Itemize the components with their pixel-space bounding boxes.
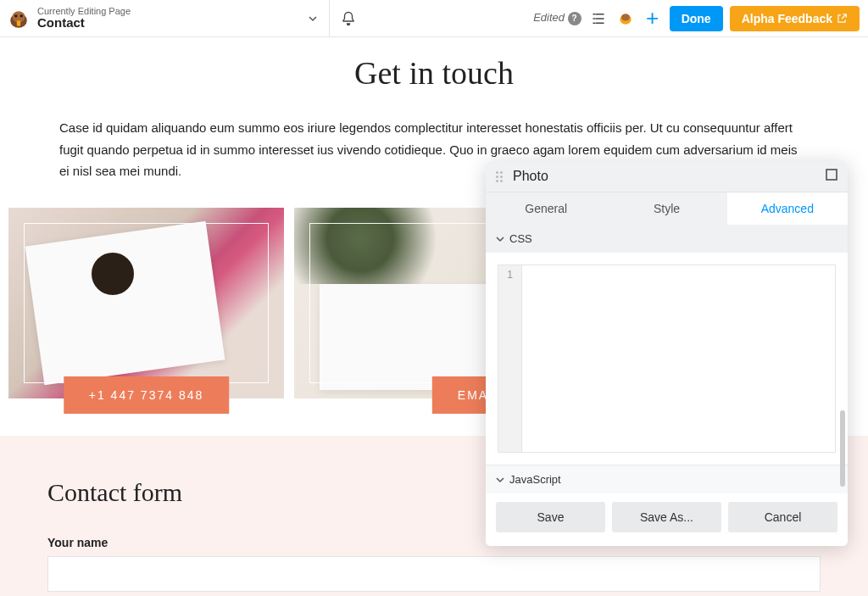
phone-card-image [8, 208, 284, 398]
css-code-editor[interactable]: 1 [486, 253, 848, 465]
js-section-header[interactable]: JavaScript [486, 465, 848, 493]
tab-style[interactable]: Style [606, 192, 726, 225]
svg-point-2 [14, 14, 17, 17]
phone-button[interactable]: +1 447 7374 848 [64, 376, 230, 414]
outline-icon[interactable] [588, 8, 609, 29]
line-gutter: 1 [498, 265, 521, 453]
scrollbar-thumb[interactable] [840, 410, 845, 487]
beaver-small-icon[interactable] [615, 8, 636, 29]
css-section: CSS 1 [486, 225, 848, 465]
svg-point-3 [20, 14, 23, 17]
line-number: 1 [498, 269, 521, 281]
editor-topbar: Currently Editing Page Contact Edited ? … [0, 0, 868, 37]
module-settings-panel: Photo General Style Advanced CSS 1 JavaS… [486, 161, 848, 546]
svg-rect-4 [17, 20, 20, 25]
phone-card[interactable]: +1 447 7374 848 [8, 208, 284, 398]
panel-title: Photo [513, 169, 548, 184]
tab-advanced[interactable]: Advanced [727, 192, 848, 225]
page-info: Currently Editing Page Contact [37, 6, 131, 31]
page-switch-dropdown[interactable] [297, 14, 329, 23]
alpha-feedback-button[interactable]: Alpha Feedback [730, 6, 860, 31]
done-button[interactable]: Done [670, 6, 723, 31]
panel-footer: Save Save As... Cancel [486, 493, 848, 546]
page-heading[interactable]: Get in touch [0, 54, 868, 92]
add-content-button[interactable]: + [643, 8, 663, 29]
app-logo [5, 5, 32, 32]
save-button[interactable]: Save [496, 502, 605, 532]
svg-point-6 [621, 14, 630, 20]
cancel-button[interactable]: Cancel [728, 502, 837, 532]
page-title: Contact [37, 16, 131, 31]
expand-icon[interactable] [826, 169, 837, 184]
save-as-button[interactable]: Save As... [612, 502, 721, 532]
panel-tabs: General Style Advanced [486, 192, 848, 225]
edited-status: Edited ? [533, 11, 581, 25]
panel-header[interactable]: Photo [486, 161, 848, 192]
css-section-header[interactable]: CSS [486, 225, 848, 253]
notifications-button[interactable] [330, 11, 367, 26]
help-icon[interactable]: ? [568, 12, 581, 25]
name-input[interactable] [47, 556, 821, 592]
external-link-icon [836, 13, 848, 25]
svg-rect-7 [826, 170, 837, 180]
tab-general[interactable]: General [486, 192, 606, 225]
css-editor-input[interactable] [521, 265, 836, 453]
drag-handle-icon[interactable] [496, 170, 504, 183]
